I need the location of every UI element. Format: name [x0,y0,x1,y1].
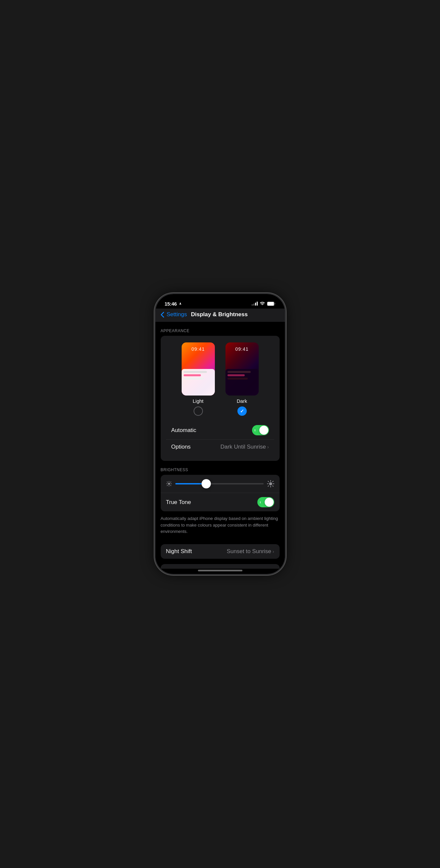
options-label: Options [171,444,191,450]
appearance-option-dark[interactable]: 09:41 Dark ✓ [226,342,259,416]
svg-line-9 [167,485,168,486]
light-ui [182,369,215,396]
appearance-option-light[interactable]: 09:41 Light [182,342,215,416]
automatic-toggle[interactable]: I [252,425,269,435]
battery-icon [267,302,275,306]
home-indicator [198,570,242,571]
auto-lock-label: Auto-Lock [166,568,192,569]
back-button[interactable]: Settings [161,311,187,318]
options-row[interactable]: Options Dark Until Sunrise › [166,440,274,454]
dark-preview: 09:41 [226,342,259,396]
appearance-card: 09:41 Light [161,336,280,461]
auto-lock-card: Auto-Lock 30 Seconds › Raise to Wake I [161,564,280,569]
svg-line-10 [170,482,171,483]
dark-preview-content [226,369,259,396]
brightness-section-label: BRIGHTNESS [155,461,285,475]
true-tone-description: Automatically adapt iPhone display based… [155,511,285,539]
automatic-label: Automatic [171,427,197,434]
light-bar-2 [184,374,201,376]
dark-preview-time: 09:41 [226,346,259,352]
signal-icon [252,302,258,306]
light-preview: 09:41 [182,342,215,396]
true-tone-row: True Tone I [161,493,280,511]
checkmark-icon: ✓ [240,408,244,414]
notch [194,294,247,304]
night-shift-value: Sunset to Sunrise [227,548,271,555]
svg-line-18 [268,486,269,487]
navigation-arrow-icon [179,302,182,305]
toggle-knob [259,426,268,435]
status-time: 15:46 [165,301,177,307]
light-preview-content [182,369,215,396]
wifi-icon [260,302,265,306]
svg-line-19 [272,481,273,482]
dark-ui [226,369,259,396]
brightness-slider-thumb [202,479,211,488]
dark-bar-2 [228,374,245,376]
settings-content: APPEARANCE 09:41 [155,322,285,569]
true-tone-label: True Tone [166,499,191,506]
sun-large-icon [267,480,274,488]
light-bar-3 [184,378,204,380]
night-shift-value-wrapper: Sunset to Sunrise › [227,548,274,555]
svg-point-2 [168,483,170,485]
auto-lock-value: 30 Seconds [241,568,271,569]
sun-small-icon [166,481,172,487]
status-icons [252,302,275,306]
night-shift-card[interactable]: Night Shift Sunset to Sunrise › [161,544,280,559]
true-tone-toggle-i: I [260,501,261,504]
true-tone-toggle-knob [265,498,274,507]
options-value: Dark Until Sunrise [221,444,266,450]
brightness-slider-track[interactable] [175,483,264,485]
auto-lock-row[interactable]: Auto-Lock 30 Seconds › [161,564,280,569]
dark-bar-1 [228,371,251,373]
dark-label: Dark [237,398,247,404]
auto-lock-value-wrapper: 30 Seconds › [241,568,274,569]
options-chevron: › [267,444,269,450]
navigation-bar: Settings Display & Brightness [155,309,285,322]
brightness-slider-row [161,475,280,493]
svg-rect-1 [267,302,274,306]
page-title: Display & Brightness [191,311,248,318]
back-label: Settings [167,311,187,318]
brightness-card: True Tone I [161,475,280,511]
light-radio[interactable] [194,406,203,416]
night-shift-chevron: › [273,549,274,554]
dark-bar-3 [228,378,248,380]
svg-point-11 [269,482,272,485]
appearance-section-label: APPEARANCE [155,322,285,336]
phone-frame: 15:46 [155,294,285,574]
auto-lock-chevron: › [273,569,274,569]
svg-line-16 [268,481,269,482]
svg-line-8 [170,485,171,486]
night-shift-row[interactable]: Night Shift Sunset to Sunrise › [161,544,280,559]
true-tone-toggle[interactable]: I [257,497,274,507]
dark-radio[interactable]: ✓ [237,406,247,416]
light-preview-time: 09:41 [182,346,215,352]
options-value-wrapper: Dark Until Sunrise › [221,444,269,450]
automatic-row: Automatic I [166,421,274,440]
toggle-i-label: I [255,429,256,432]
night-shift-label: Night Shift [166,548,192,555]
svg-line-17 [272,486,273,487]
svg-line-7 [167,482,168,483]
light-label: Light [193,398,204,404]
appearance-options: 09:41 Light [166,342,274,416]
phone-screen: 15:46 [155,294,285,574]
light-bar-1 [184,371,207,373]
